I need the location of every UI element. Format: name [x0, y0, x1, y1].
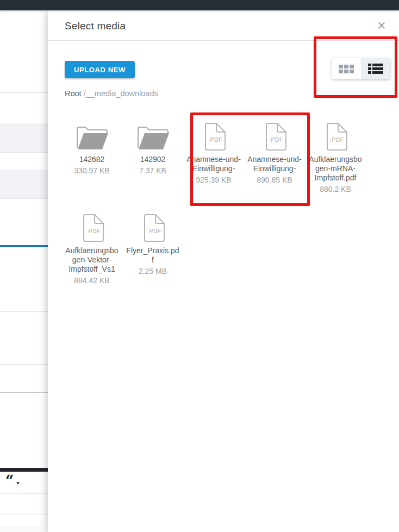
list-item-pdf[interactable]: .PDF Anamnese-und-Einwilligung- 925.39 K…	[183, 117, 244, 184]
list-item-pdf[interactable]: .PDF Flyer_Praxis.pdf 2.25 MB	[122, 208, 183, 276]
list-view-icon	[368, 64, 383, 74]
file-size: 890.85 KB	[247, 176, 302, 184]
modal-header: Select media ×	[48, 10, 399, 41]
folder-icon	[122, 120, 183, 151]
breadcrumb: Root /__media_downloads	[65, 89, 158, 98]
svg-text:.PDF: .PDF	[86, 228, 101, 234]
file-name: Anamnese-und-Einwilligung-	[247, 155, 302, 173]
list-item-pdf[interactable]: .PDF Anamnese-und-Einwilligung- 890.85 K…	[244, 117, 305, 184]
bg-divider	[0, 311, 50, 312]
pdf-file-icon: .PDF	[183, 120, 244, 151]
pdf-file-icon: .PDF	[305, 120, 366, 151]
folder-icon	[61, 120, 122, 151]
svg-text:.PDF: .PDF	[330, 136, 344, 143]
upload-new-button[interactable]: UPLOAD NEW	[65, 61, 135, 78]
modal-title: Select media	[65, 20, 126, 32]
pdf-file-icon: .PDF	[122, 211, 183, 242]
file-name: Aufklaerungsbogen-mRNA-Impfstoff.pdf	[308, 155, 363, 183]
svg-text:.PDF: .PDF	[269, 136, 283, 143]
bg-divider	[0, 493, 50, 494]
bg-highlight-row	[0, 170, 50, 199]
bg-footer-strip	[0, 526, 50, 532]
chevron-down-icon: ▾	[17, 480, 20, 486]
background-page: “ ▾	[0, 10, 50, 532]
pdf-file-icon: .PDF	[61, 211, 122, 242]
file-name: Flyer_Praxis.pdf	[126, 246, 180, 265]
file-name: Aufklaerungsbogen-Vektor-Impfstoff_Vs1	[65, 246, 119, 274]
app-top-bar	[0, 0, 399, 10]
svg-text:.PDF: .PDF	[208, 136, 222, 143]
file-size: 330.97 KB	[65, 166, 119, 175]
list-item-pdf[interactable]: .PDF Aufklaerungsbogen-mRNA-Impfstoff.pd…	[305, 117, 366, 193]
view-toggle-group	[332, 58, 390, 79]
file-name: 142682	[65, 155, 119, 164]
bg-divider	[0, 92, 50, 93]
close-icon[interactable]: ×	[373, 15, 390, 36]
file-size: 7.37 KB	[126, 166, 180, 175]
file-size: 880.2 KB	[308, 185, 363, 193]
svg-text:.PDF: .PDF	[147, 228, 161, 234]
file-grid: 142682 330.97 KB 142902 7.37 KB .PDF	[61, 117, 366, 285]
list-item-folder[interactable]: 142902 7.37 KB	[122, 117, 183, 175]
bg-editor-toolbar-top	[0, 468, 50, 472]
pdf-file-icon: .PDF	[244, 120, 305, 151]
bg-active-tab-indicator	[0, 245, 50, 247]
bg-highlight-row	[0, 123, 50, 153]
file-name: Anamnese-und-Einwilligung-	[186, 155, 241, 173]
file-name: 142902	[126, 155, 180, 164]
bg-divider	[0, 392, 50, 393]
file-size: 884.42 KB	[65, 276, 119, 285]
select-media-modal: Select media × UPLOAD NEW Root /__media_…	[48, 10, 399, 532]
list-view-button[interactable]	[361, 58, 390, 79]
list-item-pdf[interactable]: .PDF Aufklaerungsbogen-Vektor-Impfstoff_…	[61, 208, 122, 285]
list-item-folder[interactable]: 142682 330.97 KB	[61, 117, 122, 175]
blockquote-icon: “	[5, 474, 14, 488]
bg-divider	[0, 515, 50, 515]
blockquote-dropdown[interactable]: “ ▾	[5, 474, 20, 488]
bg-divider	[0, 364, 50, 365]
grid-view-button[interactable]	[332, 58, 361, 79]
file-size: 2.25 MB	[126, 267, 180, 276]
file-size: 925.39 KB	[186, 176, 241, 184]
breadcrumb-path: /__media_downloads	[82, 89, 158, 98]
breadcrumb-root[interactable]: Root	[65, 89, 82, 98]
grid-view-icon	[339, 65, 354, 73]
